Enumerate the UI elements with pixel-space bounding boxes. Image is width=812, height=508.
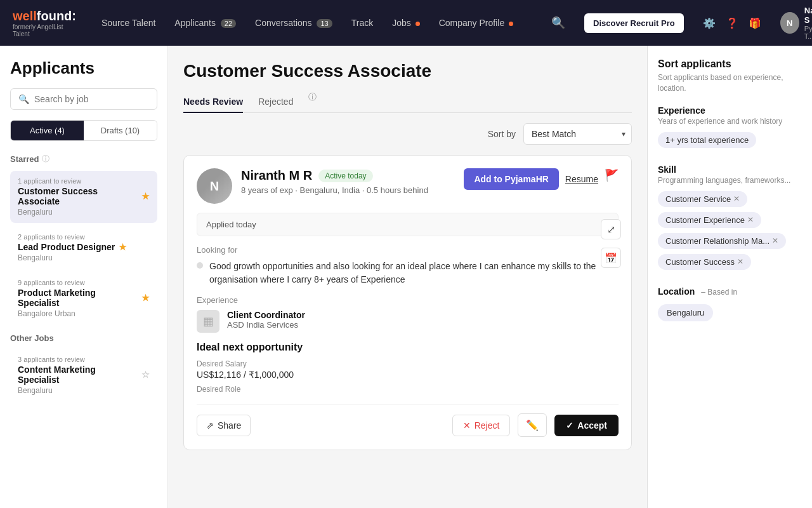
rp-location-sub: – Based in (701, 288, 737, 297)
rp-skill-tags: Customer Service ✕ Customer Experience ✕… (658, 191, 802, 275)
exp-role: Client Coordinator (227, 310, 305, 320)
dot-indicator (197, 262, 203, 269)
avatar: N (780, 12, 799, 34)
top-navigation: wellfound: formerly AngelList Talent Sou… (0, 0, 812, 46)
logo-sub: formerly AngelList Talent (13, 23, 76, 37)
ideal-title: Ideal next opportunity (197, 342, 619, 353)
applicant-card: N Niranth M R Active today 8 years of ex… (183, 155, 632, 450)
rp-location-section: Location – Based in Bengaluru (658, 286, 802, 321)
sort-select[interactable]: Best Match Most Recent Years of Experien… (523, 123, 632, 145)
jobs-dot (416, 22, 420, 26)
desired-salary-label: Desired Salary (197, 359, 619, 368)
rp-skill-title: Skill (658, 164, 802, 175)
starred-job-card-customer-success[interactable]: 1 applicant to review Customer Success A… (10, 171, 157, 223)
tab-drafts[interactable]: Drafts (10) (84, 121, 157, 140)
active-badge: Active today (318, 170, 372, 182)
rp-location-title: Location (658, 286, 695, 297)
applied-date-bar: Applied today (197, 213, 619, 236)
job-card-location: Bengaluru (18, 208, 150, 217)
other-jobs-section-label: Other Jobs (10, 333, 157, 343)
rp-tag-customer-experience[interactable]: Customer Experience ✕ (658, 212, 761, 228)
rp-skill-sub: Programming languages, frameworks... (658, 176, 802, 185)
starred-job-card-product-marketing[interactable]: 9 applicants to review Product Marketing… (10, 272, 157, 324)
nav-source-talent[interactable]: Source Talent (102, 15, 155, 30)
share-button[interactable]: ⇗ Share (197, 415, 251, 436)
job-card-location: Bengaluru (18, 253, 150, 262)
job-card-name: Content Marketing Specialist ☆ (18, 364, 150, 385)
job-card-count: 2 applicants to review (18, 233, 150, 241)
discover-btn[interactable]: Discover Recruit Pro (584, 13, 684, 33)
star-icon: ★ (141, 191, 150, 201)
info-icon: ⓘ (308, 91, 317, 112)
logo[interactable]: wellfound: formerly AngelList Talent (13, 9, 76, 37)
resume-link[interactable]: Resume (565, 174, 598, 184)
tag-remove-customer-experience[interactable]: ✕ (747, 215, 754, 224)
reject-button[interactable]: ✕ Reject (452, 415, 511, 436)
sidebar: Applicants 🔍 Active (4) Drafts (10) Star… (0, 46, 168, 508)
tab-rejected[interactable]: Rejected (258, 91, 293, 113)
rp-tag-customer-relationship[interactable]: Customer Relationship Ma... ✕ (658, 233, 786, 249)
tag-remove-customer-success[interactable]: ✕ (737, 257, 743, 266)
add-to-pyjamahr-button[interactable]: Add to PyjamaHR (464, 168, 558, 190)
sort-row: Sort by Best Match Most Recent Years of … (183, 123, 632, 145)
star-icon: ★ (141, 293, 150, 303)
edit-button[interactable]: ✏️ (518, 413, 547, 437)
rp-experience-tag[interactable]: 1+ yrs total experience (658, 132, 756, 148)
help-icon[interactable]: ❓ (726, 17, 738, 29)
right-panel: Sort applicants Sort applicants based on… (647, 46, 812, 508)
gift-icon[interactable]: 🎁 (749, 17, 761, 29)
nav-track[interactable]: Track (351, 15, 373, 30)
search-box[interactable]: 🔍 (10, 88, 157, 110)
job-card-count: 9 applicants to review (18, 279, 150, 286)
star-icon: ★ (119, 242, 127, 252)
starred-section-label: Starred ⓘ (10, 154, 157, 164)
tab-active[interactable]: Active (4) (11, 121, 84, 140)
conversations-badge: 13 (317, 19, 332, 28)
nav-conversations[interactable]: Conversations 13 (255, 15, 332, 30)
rp-tag-customer-service[interactable]: Customer Service ✕ (658, 191, 747, 207)
company-profile-dot (509, 22, 513, 26)
settings-icon[interactable]: ⚙️ (703, 17, 716, 29)
desired-role-row: Desired Role (197, 385, 619, 394)
main-content: Customer Success Associate Needs Review … (168, 46, 647, 508)
rp-experience-title: Experience (658, 105, 802, 116)
rp-title: Sort applicants (658, 58, 802, 70)
rp-experience-section: Experience Years of experience and work … (658, 105, 802, 153)
tab-needs-review[interactable]: Needs Review (183, 91, 243, 113)
nav-applicants[interactable]: Applicants 22 (174, 15, 236, 30)
calendar-button[interactable]: 📅 (601, 248, 621, 268)
logo-name: wellfound: (13, 9, 76, 23)
nav-jobs[interactable]: Jobs (392, 15, 419, 30)
job-card-count: 3 applicants to review (18, 356, 150, 363)
nav-company-profile[interactable]: Company Profile (439, 15, 513, 30)
job-card-location: Bengaluru (18, 386, 150, 395)
main-title: Customer Success Associate (183, 61, 632, 81)
main-tabs-bar: Needs Review Rejected ⓘ (183, 91, 632, 113)
starred-info-icon: ⓘ (42, 154, 49, 164)
expand-button[interactable]: ⤢ (601, 219, 621, 239)
search-input[interactable] (34, 94, 149, 104)
avatar: N (197, 168, 232, 204)
tag-remove-customer-service[interactable]: ✕ (733, 194, 740, 203)
rp-tag-customer-success[interactable]: Customer Success ✕ (658, 254, 751, 270)
tag-remove-customer-relationship[interactable]: ✕ (772, 236, 778, 245)
experience-label: Experience (197, 295, 619, 305)
applicant-name: Niranth M R (241, 168, 312, 183)
starred-job-card-lead-product[interactable]: 2 applicants to review Lead Product Desi… (10, 227, 157, 269)
other-job-card-content-marketing[interactable]: 3 applicants to review Content Marketing… (10, 349, 157, 401)
looking-for-label: Looking for (197, 245, 619, 255)
desired-role-label: Desired Role (197, 385, 619, 394)
flag-button[interactable]: 🚩 (605, 168, 619, 182)
rp-skill-section: Skill Programming languages, frameworks.… (658, 164, 802, 275)
sidebar-title: Applicants (10, 58, 157, 78)
accept-button[interactable]: ✓ Accept (554, 415, 619, 436)
rp-desc: Sort applicants based on experience, loc… (658, 72, 802, 94)
looking-for-text: Good growth opportunities and also looki… (209, 260, 619, 286)
exp-company: ASD India Services (227, 320, 305, 330)
rp-location-tag[interactable]: Bengaluru (658, 304, 713, 321)
job-card-name: Customer Success Associate ★ (18, 186, 150, 206)
search-icon[interactable]: 🔍 (551, 13, 565, 33)
card-actions: Add to PyjamaHR Resume (464, 168, 598, 190)
user-area[interactable]: N Nabyasha S PyjamaHR T... (780, 6, 812, 40)
reject-x-icon: ✕ (463, 420, 471, 431)
